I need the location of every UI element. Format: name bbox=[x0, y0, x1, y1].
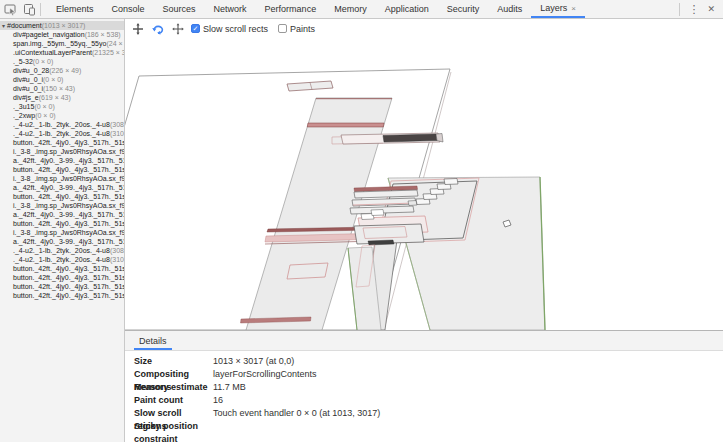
layer-name: a._42ft._4jy0._3-99._4jy3._517h._51s bbox=[13, 211, 124, 218]
layer-dims: (1013 × 3017) bbox=[42, 22, 86, 29]
toolbar-checkboxes: ✓Slow scroll rectsPaints bbox=[191, 24, 315, 34]
layer-tree-item[interactable]: button._42ft._4jy0._4jy3._517h._51sy bbox=[0, 165, 124, 174]
layers-main-panel: ✓Slow scroll rectsPaints bbox=[125, 19, 723, 442]
detail-value: layerForScrollingContents bbox=[213, 368, 317, 381]
layer-name: button._42ft._4jy0._4jy3._517h._51sy bbox=[13, 220, 124, 227]
layers-3d-canvas[interactable] bbox=[125, 38, 723, 330]
tab-network[interactable]: Network bbox=[205, 0, 256, 18]
tab-close-icon[interactable]: × bbox=[571, 4, 576, 13]
layer-tree-item[interactable]: ._4-u2._1-lb._2tyk._20os._4-u8(310 × bbox=[0, 255, 124, 264]
layer-name: ._4-u2._1-lb._2tyk._20os._4-u8 bbox=[13, 247, 110, 254]
layer-tree-item[interactable]: button._42ft._4jy0._4jy3._517h._51sy bbox=[0, 138, 124, 147]
checkbox-label: Slow scroll rects bbox=[203, 24, 268, 34]
detail-row: Sticky position constraint bbox=[125, 420, 723, 433]
layer-name: span.img._55ym._55yq._55yo bbox=[13, 40, 106, 47]
layer-name: div#u_0_28 bbox=[13, 67, 49, 74]
layer-tree-item[interactable]: ._2xwp(0 × 0) bbox=[0, 111, 124, 120]
tab-sources[interactable]: Sources bbox=[154, 0, 205, 18]
layer-name: i._3-8_.img.sp_Jws0RhsyAOa.sx_f9c bbox=[13, 175, 124, 182]
layer-tree-item[interactable]: div#u_0_i(150 × 43) bbox=[0, 84, 124, 93]
detail-row: Memory estimate11.7 MB bbox=[125, 381, 723, 394]
layer-tree-item[interactable]: i._3-8_.img.sp_Jws0RhsyAOa.sx_f9c bbox=[0, 147, 124, 156]
toolbar-bar-layer[interactable] bbox=[332, 133, 443, 144]
layer-tree-item[interactable]: button._42ft._4jy0._4jy3._517h._51sy bbox=[0, 273, 124, 282]
detail-label: Sticky position constraint bbox=[125, 420, 213, 433]
layer-tree-item[interactable]: ._4-u2._1-lb._2tyk._20os._4-u8(308 × bbox=[0, 246, 124, 255]
layer-tree-item[interactable]: a._42ft._4jy0._3-99._4jy3._517h._51s bbox=[0, 237, 124, 246]
tab-console[interactable]: Console bbox=[103, 0, 154, 18]
layer-tree-item[interactable]: i._3-8_.img.sp_Jws0RhsyAOa.sx_f9c bbox=[0, 228, 124, 237]
layer-dims: (21325 × 30 bbox=[92, 49, 124, 56]
inspect-element-icon[interactable] bbox=[4, 3, 17, 16]
detail-value: 1013 × 3017 (at 0,0) bbox=[213, 355, 294, 368]
detail-label: Memory estimate bbox=[125, 381, 213, 394]
layer-tree-item[interactable]: button._42ft._4jy0._4jy3._517h._51sy bbox=[0, 219, 124, 228]
tab-audits[interactable]: Audits bbox=[488, 0, 531, 18]
tab-elements[interactable]: Elements bbox=[47, 0, 103, 18]
checkbox-label: Paints bbox=[290, 24, 315, 34]
layer-tree-item[interactable]: button._42ft._4jy0._4jy3._517h._51sy bbox=[0, 282, 124, 291]
layer-tree-item[interactable]: div#u_0_28(226 × 49) bbox=[0, 66, 124, 75]
checkbox-icon[interactable] bbox=[278, 24, 287, 33]
layer-name: a._42ft._4jy0._3-99._4jy3._517h._51s bbox=[13, 184, 124, 191]
tab-memory[interactable]: Memory bbox=[325, 0, 376, 18]
column-strip-layers[interactable] bbox=[348, 240, 397, 330]
layer-tree-item[interactable]: ▾#document(1013 × 3017) bbox=[0, 21, 124, 30]
layer-tree-item[interactable]: div#js_e(619 × 43) bbox=[0, 93, 124, 102]
reset-view-icon[interactable] bbox=[172, 23, 184, 35]
detail-value: 11.7 MB bbox=[213, 381, 246, 394]
layer-tree-item[interactable]: span.img._55ym._55yq._55yo(24 × 2 bbox=[0, 39, 124, 48]
layer-tree-item[interactable]: .uiContextualLayerParent(21325 × 30 bbox=[0, 48, 124, 57]
layer-name: div#js_e bbox=[13, 94, 39, 101]
tabbar-right-separator bbox=[679, 3, 680, 16]
layer-name: div#u_0_i bbox=[13, 85, 43, 92]
checkbox-icon[interactable]: ✓ bbox=[191, 24, 200, 33]
devtools-close-icon[interactable]: ✕ bbox=[707, 4, 715, 14]
layer-name: div#u_0_i bbox=[13, 76, 43, 83]
detail-label: Paint count bbox=[125, 394, 213, 407]
layer-tree-item[interactable]: a._42ft._4jy0._3-99._4jy3._517h._51s bbox=[0, 183, 124, 192]
layer-tree-item[interactable]: ._5-32(0 × 0) bbox=[0, 57, 124, 66]
detail-label: Slow scroll regions bbox=[125, 407, 213, 420]
layer-tree-item[interactable]: a._42ft._4jy0._3-99._4jy3._517h._51s bbox=[0, 210, 124, 219]
layer-tree-item[interactable]: button._42ft._4jy0._4jy3._517h._51sy bbox=[0, 264, 124, 273]
layer-dims: (310 × bbox=[110, 130, 124, 137]
layer-name: button._42ft._4jy0._4jy3._517h._51sy bbox=[13, 193, 124, 200]
layer-dims: (308 × bbox=[110, 247, 124, 254]
details-tab[interactable]: Details bbox=[134, 333, 172, 350]
layer-name: ._3u15 bbox=[13, 103, 34, 110]
layer-tree-item[interactable]: button._42ft._4jy0._4jy3._517h._51sy bbox=[0, 192, 124, 201]
layer-tree-item[interactable]: button._42ft._4jy0._4jy3._517h._51sy bbox=[0, 291, 124, 300]
devtools-tabbar: ElementsConsoleSourcesNetworkPerformance… bbox=[0, 0, 723, 19]
tab-security[interactable]: Security bbox=[438, 0, 489, 18]
layer-name: #document bbox=[7, 22, 42, 29]
layer-dims: (619 × 43) bbox=[39, 94, 71, 101]
layer-tree-item[interactable]: a._42ft._4jy0._3-99._4jy3._517h._51s bbox=[0, 156, 124, 165]
layer-tree-item[interactable]: i._3-8_.img.sp_Jws0RhsyAOa.sx_f9c bbox=[0, 201, 124, 210]
tab-performance[interactable]: Performance bbox=[256, 0, 326, 18]
devtools-tool-icons bbox=[0, 3, 40, 16]
layer-tree-item[interactable]: ._4-u2._1-lb._2tyk._20os._4-u8(310 × bbox=[0, 129, 124, 138]
detail-value: 16 bbox=[213, 394, 223, 407]
layer-tree-item[interactable]: i._3-8_.img.sp_Jws0RhsyAOa.sx_f9c bbox=[0, 174, 124, 183]
layer-tree-item[interactable]: div#u_0_i(0 × 0) bbox=[0, 75, 124, 84]
layer-dims: (0 × 0) bbox=[33, 58, 53, 65]
detail-row: Size1013 × 3017 (at 0,0) bbox=[125, 355, 723, 368]
detail-label: Compositing Reasons bbox=[125, 368, 213, 381]
layer-tree-item[interactable]: div#pagelet_navigation(186 × 538) bbox=[0, 30, 124, 39]
layer-tree-item[interactable]: ._4-u2._1-lb._2tyk._20os._4-u8(308 × bbox=[0, 120, 124, 129]
expander-icon[interactable]: ▾ bbox=[2, 23, 5, 29]
rotate-mode-icon[interactable] bbox=[151, 23, 165, 35]
checkbox-slow-scroll-rects[interactable]: ✓Slow scroll rects bbox=[191, 24, 268, 34]
layer-dims: (24 × 2 bbox=[106, 40, 124, 47]
layer-tree-item[interactable]: ._3u15(0 × 0) bbox=[0, 102, 124, 111]
layer-name: a._42ft._4jy0._3-99._4jy3._517h._51s bbox=[13, 157, 124, 164]
tab-layers[interactable]: Layers × bbox=[531, 0, 585, 18]
device-toolbar-icon[interactable] bbox=[23, 3, 36, 16]
tab-application[interactable]: Application bbox=[376, 0, 438, 18]
overflow-menu-icon[interactable]: ⋮ bbox=[688, 3, 699, 16]
layer-name: div#pagelet_navigation bbox=[13, 31, 85, 38]
layer-dims: (0 × 0) bbox=[35, 112, 55, 119]
checkbox-paints[interactable]: Paints bbox=[278, 24, 315, 34]
pan-mode-icon[interactable] bbox=[132, 23, 144, 35]
